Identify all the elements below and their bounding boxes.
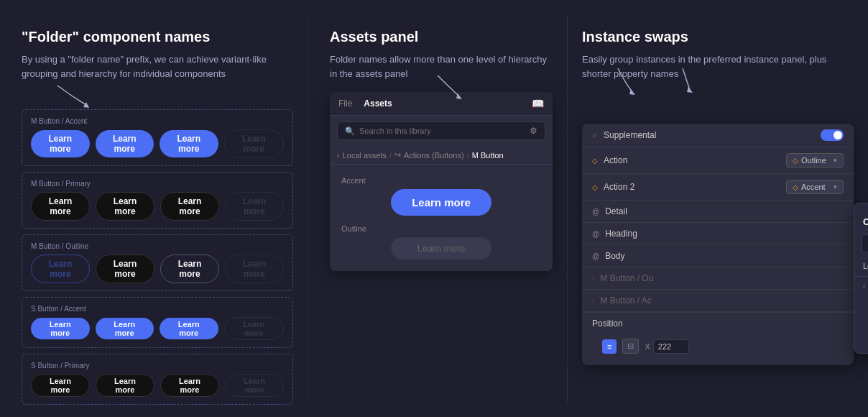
search-icon: 🔍: [345, 127, 355, 136]
body-at-icon: @: [592, 252, 599, 260]
btn-outline-accent[interactable]: Learn more: [31, 255, 90, 283]
btn-s-accent-1[interactable]: Learn more: [31, 318, 90, 339]
btn-accent-3[interactable]: Learn more: [160, 130, 218, 157]
panel1-title: "Folder" component names: [22, 29, 293, 45]
breadcrumb: ‹ Local assets / ↪ Actions (Buttons) / M…: [330, 146, 553, 165]
m-button-ou-label: M Button / Ou: [600, 273, 844, 283]
detail-at-icon: @: [592, 208, 599, 216]
btn-primary-ghost[interactable]: Learn more: [225, 192, 284, 221]
supplemental-label: Supplemental: [604, 130, 815, 140]
preview-accent-btn[interactable]: Learn more: [391, 189, 491, 216]
action2-select[interactable]: ◇ Accent ▾: [786, 180, 844, 194]
svg-marker-0: [83, 102, 89, 108]
local-components-label: Local components: [863, 262, 868, 270]
breadcrumb-actions[interactable]: Actions (Buttons): [404, 151, 464, 160]
preview-outline-btn[interactable]: Learn more: [391, 237, 491, 260]
btn-primary-1[interactable]: Learn more: [31, 192, 90, 221]
breadcrumb-sep1: /: [389, 151, 392, 160]
btn-row-accent: Learn more Learn more Learn more Learn m…: [31, 129, 284, 158]
m-button-primary-group: M Button / Primary Learn more Learn more…: [22, 172, 293, 229]
tree-child-accent[interactable]: Accent: [854, 294, 868, 311]
btn-s-primary-ghost[interactable]: Learn more: [225, 374, 284, 397]
accent-label: Accent: [341, 176, 366, 185]
s-button-primary-group: S Button / Primary Learn more Learn more…: [22, 354, 293, 405]
instance-window: ○ Supplemental ◇ Action ◇ Outline ▾ ◇ Ac…: [582, 124, 854, 365]
group-label-outline: M Button / Outline: [31, 242, 284, 250]
search-input[interactable]: [359, 127, 530, 135]
tab-file[interactable]: File: [338, 98, 352, 109]
supplemental-row: ○ Supplemental: [582, 124, 854, 147]
search-bar[interactable]: 🔍 ⚙: [337, 122, 545, 140]
action2-diamond-icon: ◇: [592, 183, 598, 191]
pos-x-group: X: [645, 339, 688, 354]
action-label: Action: [604, 155, 780, 165]
m-button-tree-header: ‹ M Button: [854, 277, 868, 294]
m-button-ac-row[interactable]: › M Button / Ac: [582, 290, 854, 312]
m-button-ou-row[interactable]: › M Button / Ou: [582, 267, 854, 290]
action2-select-icon: ◇: [793, 183, 798, 191]
action-diamond-icon: ◇: [592, 157, 598, 165]
btn-row-s-accent: Learn more Learn more Learn more Learn m…: [31, 317, 284, 340]
btn-s-primary-2[interactable]: Learn more: [96, 374, 154, 397]
btn-s-accent-2[interactable]: Learn more: [96, 318, 154, 339]
panel3-description: Easily group instances in the preferred …: [582, 52, 854, 81]
assets-panel: Assets panel Folder names allow more tha…: [308, 0, 567, 417]
btn-row-primary: Learn more Learn more Learn more Learn m…: [31, 192, 284, 221]
position-section: Position ≡ ⊟ X: [582, 312, 854, 365]
btn-s-accent-3[interactable]: Learn more: [160, 318, 218, 339]
pos-btn-align2[interactable]: ⊟: [622, 339, 639, 354]
instance-swaps-panel: Instance swaps Easily group instances in…: [568, 0, 868, 417]
pos-x-input[interactable]: [653, 339, 689, 354]
btn-outline-ghost[interactable]: Learn more: [225, 255, 284, 283]
m-button-outline-group: M Button / Outline Learn more Learn more…: [22, 234, 293, 291]
supplemental-toggle[interactable]: [821, 129, 844, 141]
collapse-icon2: ›: [592, 297, 594, 305]
breadcrumb-back[interactable]: ‹: [337, 151, 340, 160]
outline-section: Outline Learn more: [341, 224, 541, 260]
detail-row: @ Detail: [582, 201, 854, 223]
accent-section: Accent Learn more: [341, 176, 541, 216]
filter-icon[interactable]: ⚙: [530, 126, 537, 136]
position-label: Position: [592, 319, 844, 329]
tree-child-outline[interactable]: Outline: [854, 311, 868, 329]
btn-accent-ghost[interactable]: Learn more: [224, 129, 285, 158]
breadcrumb-local[interactable]: Local assets: [343, 151, 387, 160]
group-label-primary: M Button / Primary: [31, 180, 284, 188]
btn-s-primary-3[interactable]: Learn more: [160, 374, 219, 397]
choose-instance-panel: Choose instance ⊞ 🔍 Local components ▾ ‹…: [854, 203, 868, 354]
btn-outline-outline[interactable]: Learn more: [160, 255, 219, 283]
action-select[interactable]: ◇ Outline ▾: [786, 153, 844, 168]
svg-marker-2: [629, 89, 635, 95]
btn-row-outline: Learn more Learn more Learn more Learn m…: [31, 255, 284, 283]
tab-assets[interactable]: Assets: [364, 98, 392, 109]
breadcrumb-mbutton[interactable]: M Button: [472, 151, 504, 160]
btn-s-accent-ghost[interactable]: Learn more: [224, 317, 285, 340]
detail-label: Detail: [605, 206, 844, 216]
btn-outline-primary[interactable]: Learn more: [96, 255, 154, 283]
action-select-icon: ◇: [793, 157, 798, 165]
btn-accent-2[interactable]: Learn more: [96, 130, 154, 157]
pos-x-label: X: [645, 342, 650, 351]
choose-search[interactable]: 🔍: [862, 234, 868, 252]
preview-area: Accent Learn more Outline Learn more: [330, 165, 553, 271]
svg-marker-3: [687, 87, 693, 93]
btn-primary-2[interactable]: Learn more: [96, 192, 154, 221]
btn-primary-3[interactable]: Learn more: [160, 192, 219, 221]
panel3-title: Instance swaps: [582, 29, 854, 45]
pos-btn-align1[interactable]: ≡: [602, 339, 617, 354]
outline-label: Outline: [341, 224, 366, 233]
choose-instance-header: Choose instance ⊞: [854, 211, 868, 234]
group-label-accent: M Button / Accent: [31, 117, 284, 125]
position-controls: ≡ ⊟ X: [592, 333, 844, 359]
action-chevron-icon: ▾: [834, 157, 837, 164]
btn-s-primary-1[interactable]: Learn more: [31, 374, 90, 397]
book-icon[interactable]: 📖: [532, 98, 544, 109]
action2-select-value: Accent: [801, 183, 826, 191]
action2-row: ◇ Action 2 ◇ Accent ▾ Choose instance ⊞ …: [582, 174, 854, 201]
breadcrumb-sep2: /: [467, 151, 469, 160]
btn-accent-1[interactable]: Learn more: [31, 130, 90, 157]
m-button-ac-label: M Button / Ac: [600, 295, 844, 306]
local-components-bar[interactable]: Local components ▾: [854, 258, 868, 277]
tree-child-primary[interactable]: Primary: [854, 329, 868, 346]
s-button-accent-group: S Button / Accent Learn more Learn more …: [22, 297, 293, 348]
